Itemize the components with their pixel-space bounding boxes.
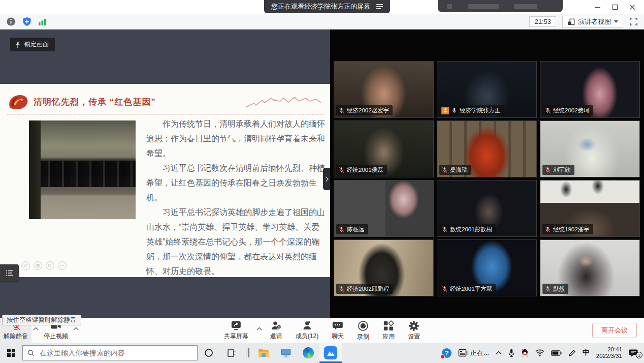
video-tile[interactable]: 数统2001彭歆桐 [437,180,537,237]
participant-name: 默然 [553,285,565,293]
video-tile[interactable]: 经统1902潘宇 [540,180,640,237]
slide-paragraph: 习近平总书记探访英雄的脚步走遍了祖国的山山水水，“崇尚英雄、捍卫英雄、学习英雄、… [146,205,325,279]
list-icon [6,269,14,277]
search-input[interactable] [39,348,192,357]
video-tile[interactable]: 经济2002赵宏宇 [334,61,434,118]
participant-label: 经统2001侯磊 [336,165,387,175]
leave-meeting-button[interactable]: 离开会议 [592,323,637,338]
members-icon [302,320,313,331]
pen-tool-icon[interactable] [21,261,30,270]
video-tile[interactable]: 经统2001平方慧 [437,239,537,296]
participant-label: 经统1902潘宇 [542,224,593,234]
mic-muted-icon [544,226,551,233]
wifi-icon[interactable] [535,349,544,356]
members-button[interactable]: 成员(12) [289,320,325,341]
participant-name: 陈临远 [347,226,365,233]
search-icon [27,349,35,357]
party-emblem-icon [7,93,29,112]
chat-icon [332,320,343,331]
fullscreen-icon[interactable] [629,17,638,26]
start-button[interactable] [0,343,22,363]
floating-bar-icon [514,4,537,9]
video-tile[interactable]: 经济学院张方正 [437,61,537,118]
security-shield-icon[interactable] [22,17,32,27]
meeting-window: 您正在观看经济学院张方正的屏幕 [0,0,644,363]
presenter-badge [441,107,449,114]
floating-bar-icon [468,4,499,9]
participant-grid: 经济2002赵宏宇 经济学院张方正 经统2002费珂 [330,29,644,318]
windows-taskbar: ? 正在... [0,343,644,363]
video-tile[interactable]: 桑海瑞 [437,120,537,177]
edge-browser-button[interactable] [297,343,319,363]
panel-collapse-handle[interactable] [323,168,330,190]
meeting-info-toolbar: 21:53 演讲者视图 [0,14,644,29]
info-icon[interactable] [6,17,16,26]
zoom-tool-icon[interactable] [46,261,54,270]
record-button[interactable]: 录制 [350,320,376,341]
task-view-button[interactable] [220,343,242,363]
share-screen-button[interactable]: 共享屏幕 [217,320,255,341]
settings-label: 设置 [408,332,420,341]
video-tile[interactable]: 经统2001侯磊 [334,120,434,177]
annotation-tools [21,261,67,270]
share-options-chevron[interactable] [255,323,264,332]
pin-view-button[interactable]: 锁定画面 [10,38,55,51]
more-tools-icon[interactable] [58,261,67,270]
monitor-icon [280,348,292,358]
participant-label: 默然 [542,284,568,294]
banner-menu-icon[interactable] [376,4,383,9]
annotation-menu-button[interactable] [0,264,19,281]
cortana-button[interactable] [198,343,220,363]
network-signal-icon[interactable] [38,18,47,26]
action-center-button[interactable]: 3 [629,349,638,357]
video-tile[interactable]: 陈临远 [334,180,434,237]
watching-banner[interactable]: 您正在观看经济学院张方正的屏幕 [264,0,390,13]
close-button[interactable] [624,1,641,13]
invite-button[interactable]: 邀请 [264,320,289,341]
record-label: 录制 [357,332,369,341]
unmute-label: 解除静音 [4,332,28,341]
news-icon [458,349,468,357]
news-label: 正在... [470,348,489,357]
invite-person-icon [271,320,282,331]
video-tile[interactable]: 刘宇欣 [540,120,640,177]
chat-button[interactable]: 聊天 [325,320,350,341]
this-pc-button[interactable] [275,343,297,363]
watching-banner-text: 您正在观看经济学院张方正的屏幕 [271,2,370,11]
video-tile[interactable]: 经统2002费珂 [540,61,640,118]
video-tile[interactable]: 经济2002邱鹏程 [334,239,434,296]
file-explorer-button[interactable] [252,343,275,363]
meeting-app-button[interactable] [319,343,342,363]
maximize-button[interactable] [606,1,624,13]
close-icon [629,4,635,10]
mic-muted-icon [544,286,551,292]
taskbar-clock[interactable]: 20:41 2022/3/31 [596,346,622,360]
mic-muted-icon [338,226,345,233]
pen-icon[interactable] [568,349,576,357]
battery-icon[interactable] [551,350,562,356]
ime-indicator[interactable]: 中 [583,348,590,357]
mic-muted-icon [441,167,448,173]
floating-bar-icon [447,4,452,9]
taskbar-search[interactable] [22,345,198,360]
mic-on-icon [451,107,458,114]
floating-controls-bar[interactable] [438,0,563,12]
help-notification-icon[interactable]: ? [442,348,452,358]
video-tile[interactable]: 默然 [540,239,640,296]
tray-expand-chevron[interactable] [496,351,502,355]
participant-label: 经统2001平方慧 [439,284,496,294]
qq-tray-icon[interactable] [521,349,529,357]
apps-button[interactable]: 应用 [376,320,401,341]
participant-name: 经统1902潘宇 [553,226,590,233]
toolbar-center-group: 共享屏幕 邀请 成员(12) [217,318,427,343]
members-label: 成员(12) [296,332,318,341]
minimize-button[interactable] [589,1,606,13]
view-mode-dropdown[interactable]: 演讲者视图 [562,16,623,28]
mic-muted-icon [338,167,345,173]
microphone-tray-icon[interactable] [508,349,514,357]
screenshot-tool-icon[interactable] [34,261,42,270]
news-widget[interactable]: 正在... [458,348,489,357]
taskbar-separator [242,343,252,363]
unmute-tooltip: 按住空格键暂时解除静音 [2,315,81,325]
settings-button[interactable]: 设置 [401,320,427,341]
